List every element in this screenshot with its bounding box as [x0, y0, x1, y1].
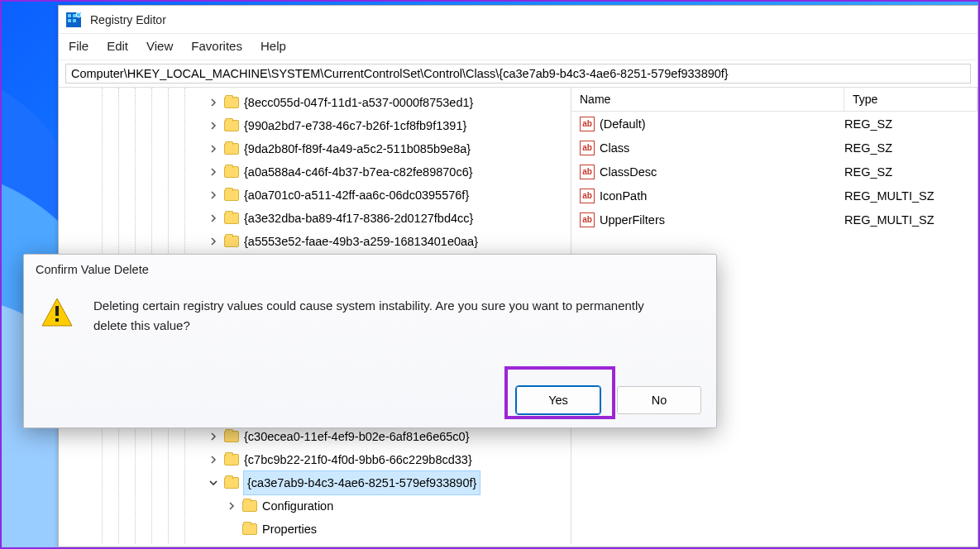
chevron-right-icon[interactable] — [208, 236, 219, 247]
tree-item[interactable]: {a0a701c0-a511-42ff-aa6c-06dc0395576f} — [92, 184, 571, 207]
folder-icon — [224, 477, 239, 489]
svg-rect-8 — [55, 318, 59, 322]
folder-icon — [224, 189, 239, 201]
string-value-icon — [580, 189, 595, 203]
tree-item-label: {a5553e52-faae-49b3-a259-16813401e0aa} — [244, 230, 478, 253]
tree-item-label: {c30ecea0-11ef-4ef9-b02e-6af81e6e65c0} — [244, 425, 470, 448]
tree-item[interactable]: {9da2b80f-f89f-4a49-a5c2-511b085b9e8a} — [92, 137, 571, 160]
folder-icon — [224, 120, 239, 131]
svg-rect-4 — [73, 19, 76, 22]
value-type: REG_MULTI_SZ — [844, 213, 935, 227]
tree-item-label: {a0a588a4-c46f-4b37-b7ea-c82fe89870c6} — [244, 160, 473, 184]
value-type: REG_MULTI_SZ — [844, 189, 935, 203]
tree-item[interactable]: {c30ecea0-11ef-4ef9-b02e-6af81e6e65c0} — [92, 425, 571, 448]
value-type: REG_SZ — [844, 117, 892, 131]
tree-item-label: {8ecc055d-047f-11d1-a537-0000f8753ed1} — [244, 91, 473, 114]
menubar: File Edit View Favorites Help — [59, 34, 978, 60]
chevron-right-icon[interactable] — [208, 97, 219, 108]
tree-item-label: {ca3e7ab9-b4c3-4ae6-8251-579ef933890f} — [244, 471, 480, 494]
folder-icon — [242, 523, 257, 535]
chevron-right-icon[interactable] — [208, 189, 219, 201]
tree-item[interactable]: {cdcf0939-b75b-4630-bf76-80f7ba655884} — [92, 541, 571, 544]
tree-item-label: Configuration — [262, 494, 333, 518]
string-value-icon — [580, 141, 595, 155]
folder-icon — [224, 97, 239, 108]
string-value-icon — [580, 117, 595, 131]
chevron-down-icon[interactable] — [208, 477, 219, 489]
list-header[interactable]: Name Type — [571, 88, 978, 112]
value-name: IconPath — [600, 189, 844, 203]
value-name: UpperFilters — [600, 213, 844, 227]
folder-icon — [224, 431, 239, 442]
chevron-right-icon[interactable] — [208, 166, 219, 178]
tree-item-label: Properties — [262, 518, 317, 541]
value-row[interactable]: (Default)REG_SZ — [571, 112, 978, 136]
value-row[interactable]: ClassREG_SZ — [571, 136, 978, 160]
folder-icon — [224, 143, 239, 155]
tree-item-label: {c7bc9b22-21f0-4f0d-9bb6-66c229b8cd33} — [244, 448, 472, 471]
tree-item[interactable]: {a5553e52-faae-49b3-a259-16813401e0aa} — [92, 230, 571, 253]
tree-item[interactable]: {a0a588a4-c46f-4b37-b7ea-c82fe89870c6} — [92, 160, 571, 184]
confirm-delete-dialog: Confirm Value Delete Deleting certain re… — [23, 254, 717, 428]
value-type: REG_SZ — [844, 141, 892, 155]
dialog-title: Confirm Value Delete — [24, 255, 716, 281]
svg-point-5 — [76, 12, 81, 17]
menu-favorites[interactable]: Favorites — [191, 39, 242, 53]
tree-item[interactable]: {c7bc9b22-21f0-4f0d-9bb6-66c229b8cd33} — [92, 448, 571, 471]
chevron-right-icon[interactable] — [208, 212, 219, 224]
value-name: Class — [600, 141, 844, 155]
chevron-right-icon[interactable] — [226, 500, 237, 512]
address-input[interactable] — [65, 64, 971, 84]
col-type-header[interactable]: Type — [844, 88, 978, 111]
window-title: Registry Editor — [90, 13, 166, 26]
list-body: (Default)REG_SZClassREG_SZClassDescREG_S… — [571, 112, 978, 232]
tree-item[interactable]: {ca3e7ab9-b4c3-4ae6-8251-579ef933890f} — [92, 471, 571, 494]
dialog-text: Deleting certain registry values could c… — [93, 296, 672, 336]
menu-view[interactable]: View — [146, 39, 173, 53]
folder-icon — [224, 454, 239, 465]
menu-file[interactable]: File — [69, 39, 88, 53]
addressbar — [59, 60, 978, 88]
dialog-buttons: Yes No — [516, 386, 701, 414]
folder-icon — [224, 166, 239, 178]
chevron-right-icon[interactable] — [208, 431, 219, 442]
svg-rect-2 — [73, 14, 76, 17]
string-value-icon — [580, 212, 595, 227]
svg-rect-3 — [68, 19, 71, 22]
tree-item[interactable]: {8ecc055d-047f-11d1-a537-0000f8753ed1} — [92, 91, 571, 114]
value-type: REG_SZ — [844, 165, 892, 179]
chevron-right-icon[interactable] — [208, 120, 219, 131]
chevron-right-icon[interactable] — [208, 454, 219, 465]
value-name: ClassDesc — [600, 165, 844, 179]
tree-item[interactable]: {a3e32dba-ba89-4f17-8386-2d0127fbd4cc} — [92, 207, 571, 230]
value-row[interactable]: ClassDescREG_SZ — [571, 160, 978, 184]
menu-help[interactable]: Help — [261, 39, 286, 53]
chevron-right-icon[interactable] — [208, 143, 219, 155]
tree-item[interactable]: {990a2bd7-e738-46c7-b26f-1cf8fb9f1391} — [92, 114, 571, 137]
value-row[interactable]: UpperFiltersREG_MULTI_SZ — [571, 208, 978, 232]
folder-icon — [224, 212, 239, 224]
string-value-icon — [580, 165, 595, 179]
folder-icon — [242, 500, 257, 512]
tree-item[interactable]: Configuration — [92, 494, 571, 518]
col-name-header[interactable]: Name — [571, 88, 844, 111]
tree-item-label: {cdcf0939-b75b-4630-bf76-80f7ba655884} — [244, 541, 470, 544]
tree-item-label: {9da2b80f-f89f-4a49-a5c2-511b085b9e8a} — [244, 137, 471, 160]
titlebar[interactable]: Registry Editor — [59, 6, 978, 34]
value-name: (Default) — [600, 117, 844, 131]
value-row[interactable]: IconPathREG_MULTI_SZ — [571, 184, 978, 208]
folder-icon — [224, 236, 239, 247]
tree-item-label: {a0a701c0-a511-42ff-aa6c-06dc0395576f} — [244, 184, 469, 207]
chevron-right-icon[interactable] — [226, 523, 237, 535]
svg-rect-1 — [68, 14, 71, 17]
tree-item-label: {990a2bd7-e738-46c7-b26f-1cf8fb9f1391} — [244, 114, 466, 137]
menu-edit[interactable]: Edit — [107, 39, 128, 53]
tree-item[interactable]: Properties — [92, 518, 571, 541]
yes-button[interactable]: Yes — [516, 386, 600, 414]
svg-rect-7 — [55, 306, 59, 316]
regedit-icon — [65, 12, 82, 28]
no-button[interactable]: No — [617, 386, 701, 414]
warning-icon — [41, 296, 74, 329]
tree-item-label: {a3e32dba-ba89-4f17-8386-2d0127fbd4cc} — [244, 207, 473, 230]
